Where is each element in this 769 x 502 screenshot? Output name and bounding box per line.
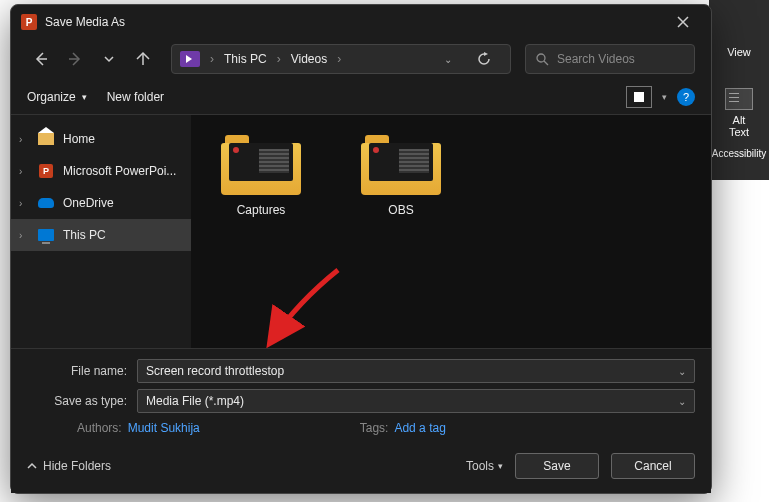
tags-value[interactable]: Add a tag (394, 421, 445, 435)
arrow-up-icon (135, 51, 151, 67)
chevron-down-icon (104, 54, 114, 64)
caret-down-icon[interactable]: ▾ (662, 92, 667, 102)
chevron-right-icon: › (19, 230, 29, 241)
organize-menu[interactable]: Organize ▾ (27, 90, 87, 104)
refresh-button[interactable] (466, 52, 502, 66)
sidebar-item-home[interactable]: › Home (11, 123, 191, 155)
sidebar-item-label: Microsoft PowerPoi... (63, 164, 176, 178)
arrow-right-icon (67, 51, 83, 67)
search-icon (536, 53, 549, 66)
home-icon (38, 133, 54, 145)
alt-text-icon (725, 88, 753, 110)
alt-text-label-1: Alt (725, 114, 753, 126)
filename-input[interactable]: Screen record throttlestop ⌄ (137, 359, 695, 383)
chevron-right-icon: › (19, 134, 29, 145)
folder-label: OBS (388, 203, 413, 217)
search-box[interactable]: Search Videos (525, 44, 695, 74)
folder-captures[interactable]: Captures (211, 135, 311, 217)
sidebar-item-this-pc[interactable]: › This PC (11, 219, 191, 251)
search-placeholder: Search Videos (557, 52, 635, 66)
nav-sidebar: › Home › P Microsoft PowerPoi... › OneDr… (11, 115, 191, 348)
organize-label: Organize (27, 90, 76, 104)
svg-point-0 (537, 54, 545, 62)
alt-text-button[interactable]: Alt Text (725, 88, 753, 138)
view-mode-icon (634, 92, 644, 102)
ribbon-view-tab[interactable]: View (715, 38, 763, 66)
savetype-value: Media File (*.mp4) (146, 394, 244, 408)
powerpoint-icon: P (39, 164, 53, 178)
sidebar-item-label: OneDrive (63, 196, 114, 210)
hide-folders-label: Hide Folders (43, 459, 111, 473)
address-dropdown[interactable]: ⌄ (440, 54, 456, 65)
background-ribbon: View Alt Text Accessibility (709, 0, 769, 180)
dialog-body: › Home › P Microsoft PowerPoi... › OneDr… (11, 115, 711, 348)
folder-obs[interactable]: OBS (351, 135, 451, 217)
caret-down-icon: ▾ (498, 461, 503, 471)
alt-text-label-2: Text (725, 126, 753, 138)
chevron-down-icon[interactable]: ⌄ (678, 366, 686, 377)
sidebar-item-powerpoint[interactable]: › P Microsoft PowerPoi... (11, 155, 191, 187)
breadcrumb-sep: › (277, 52, 281, 66)
folder-label: Captures (237, 203, 286, 217)
back-button[interactable] (27, 45, 55, 73)
folder-icon (361, 135, 441, 195)
cancel-button[interactable]: Cancel (611, 453, 695, 479)
sidebar-item-onedrive[interactable]: › OneDrive (11, 187, 191, 219)
sidebar-item-label: This PC (63, 228, 106, 242)
powerpoint-icon: P (21, 14, 37, 30)
tags-label: Tags: (360, 421, 389, 435)
dialog-footer: File name: Screen record throttlestop ⌄ … (11, 348, 711, 493)
chevron-down-icon[interactable]: ⌄ (678, 396, 686, 407)
chevron-right-icon: › (19, 166, 29, 177)
breadcrumb-sep: › (337, 52, 341, 66)
chevron-right-icon: › (19, 198, 29, 209)
authors-label: Authors: (77, 421, 122, 435)
nav-toolbar: › This PC › Videos › ⌄ Search Videos (11, 39, 711, 79)
command-toolbar: Organize ▾ New folder ▾ ? (11, 79, 711, 115)
savetype-select[interactable]: Media File (*.mp4) ⌄ (137, 389, 695, 413)
monitor-icon (38, 229, 54, 241)
tools-menu[interactable]: Tools ▾ (466, 459, 503, 473)
breadcrumb-this-pc[interactable]: This PC (224, 52, 267, 66)
titlebar: P Save Media As (11, 5, 711, 39)
accessibility-group-label: Accessibility (712, 148, 766, 159)
tools-label: Tools (466, 459, 494, 473)
up-button[interactable] (129, 45, 157, 73)
forward-button[interactable] (61, 45, 89, 73)
address-bar[interactable]: › This PC › Videos › ⌄ (171, 44, 511, 74)
save-as-dialog: P Save Media As › This PC › Videos › ⌄ (10, 4, 712, 494)
filename-value: Screen record throttlestop (146, 364, 284, 378)
savetype-label: Save as type: (27, 394, 137, 408)
sidebar-item-label: Home (63, 132, 95, 146)
arrow-left-icon (33, 51, 49, 67)
caret-down-icon: ▾ (82, 92, 87, 102)
hide-folders-button[interactable]: Hide Folders (27, 459, 111, 473)
dialog-title: Save Media As (45, 15, 665, 29)
chevron-up-icon (27, 461, 37, 471)
help-button[interactable]: ? (677, 88, 695, 106)
close-button[interactable] (665, 8, 701, 36)
view-mode-button[interactable] (626, 86, 652, 108)
folder-icon (221, 135, 301, 195)
authors-value[interactable]: Mudit Sukhija (128, 421, 200, 435)
new-folder-button[interactable]: New folder (107, 90, 164, 104)
close-icon (677, 16, 689, 28)
breadcrumb-sep: › (210, 52, 214, 66)
onedrive-icon (38, 198, 54, 208)
save-button[interactable]: Save (515, 453, 599, 479)
videos-folder-icon (180, 51, 200, 67)
filename-label: File name: (27, 364, 137, 378)
refresh-icon (477, 52, 491, 66)
breadcrumb-videos[interactable]: Videos (291, 52, 327, 66)
recent-locations-button[interactable] (95, 45, 123, 73)
file-list[interactable]: Captures OBS (191, 115, 711, 348)
